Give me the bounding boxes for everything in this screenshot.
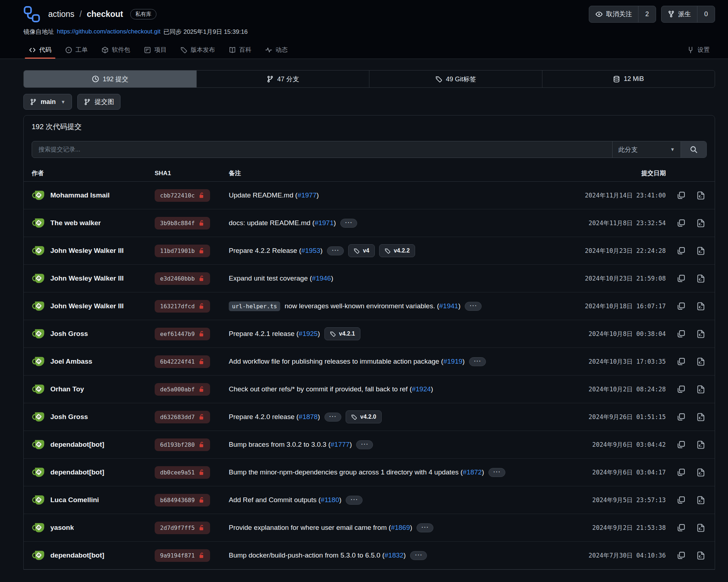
commit-sha-badge[interactable]: b684943689 [155,494,210,506]
issue-link[interactable]: #1869 [391,524,410,531]
commit-graph-button[interactable]: 提交图 [77,94,120,110]
issue-link[interactable]: #1919 [443,358,463,365]
mirror-url-link[interactable]: https://github.com/actions/checkout.git [57,28,160,35]
expand-message-button[interactable]: ··· [417,523,433,532]
unwatch-button[interactable]: 取消关注 2 [589,6,656,23]
copy-sha-icon[interactable] [677,523,686,532]
copy-sha-icon[interactable] [677,246,686,255]
copy-sha-icon[interactable] [677,551,686,560]
commit-author[interactable]: The web walker [50,219,101,227]
commit-author[interactable]: Luca Comellini [50,496,99,504]
watch-count[interactable]: 2 [638,6,656,22]
view-file-at-commit-icon[interactable] [696,523,705,532]
issue-link[interactable]: #1953 [301,247,320,254]
commit-sha-badge[interactable]: d632683dd7 [155,411,210,423]
issue-link[interactable]: #1971 [315,219,334,227]
view-file-at-commit-icon[interactable] [696,274,705,283]
tag-badge[interactable]: v4.2.1 [324,327,360,340]
commit-author[interactable]: Mohammad Ismail [50,191,110,199]
fork-button[interactable]: 派生 0 [661,6,715,23]
copy-sha-icon[interactable] [677,413,686,422]
view-file-at-commit-icon[interactable] [696,440,705,449]
commit-sha-badge[interactable]: 9a9194f871 [155,549,210,562]
avatar[interactable] [32,549,45,562]
avatar[interactable] [32,355,45,368]
stat-segment-3[interactable]: 12 MiB [542,71,715,87]
view-file-at-commit-icon[interactable] [696,385,705,394]
view-file-at-commit-icon[interactable] [696,191,705,200]
commit-author[interactable]: John Wesley Walker III [50,274,124,282]
expand-message-button[interactable]: ··· [488,468,505,477]
issue-link[interactable]: #1832 [385,551,404,559]
tab-版本发布[interactable]: 版本发布 [175,41,220,59]
avatar[interactable] [32,383,45,396]
search-button[interactable] [681,141,706,158]
issue-link[interactable]: #1872 [463,468,482,476]
copy-sha-icon[interactable] [677,329,686,338]
search-commits-input[interactable] [32,141,612,158]
issue-link[interactable]: #1878 [299,413,318,420]
commit-author[interactable]: Orhan Toy [50,385,84,393]
stat-segment-0[interactable]: 192 提交 [24,71,196,87]
copy-sha-icon[interactable] [677,274,686,283]
commit-author[interactable]: dependabot[bot] [50,468,104,476]
tag-badge[interactable]: v4 [348,244,375,257]
expand-message-button[interactable]: ··· [465,302,482,311]
branch-scope-select[interactable]: 此分支 ▼ [612,141,681,158]
commit-author[interactable]: John Wesley Walker III [50,247,124,255]
expand-message-button[interactable]: ··· [469,357,486,366]
repo-name-link[interactable]: checkout [87,9,123,19]
site-logo-icon[interactable] [23,6,40,23]
expand-message-button[interactable]: ··· [346,496,363,505]
commit-author[interactable]: dependabot[bot] [50,551,104,559]
stat-segment-2[interactable]: 49 Git标签 [369,71,542,87]
expand-message-button[interactable]: ··· [340,219,357,228]
avatar[interactable] [32,300,45,313]
commit-author[interactable]: Josh Gross [50,330,88,338]
avatar[interactable] [32,466,45,479]
issue-link[interactable]: #1924 [412,385,431,393]
commit-sha-badge[interactable]: 2d7d9f7ff5 [155,522,210,534]
tab-settings[interactable]: 设置 [682,41,715,59]
commit-author[interactable]: yasonk [50,524,74,532]
tag-badge[interactable]: v4.2.0 [346,410,382,423]
view-file-at-commit-icon[interactable] [696,329,705,338]
tab-百科[interactable]: 百科 [223,41,257,59]
copy-sha-icon[interactable] [677,219,686,228]
copy-sha-icon[interactable] [677,496,686,505]
commit-author[interactable]: Joel Ambass [50,358,92,365]
avatar[interactable] [32,244,45,258]
avatar[interactable] [32,217,45,230]
tab-代码[interactable]: 代码 [23,41,57,59]
view-file-at-commit-icon[interactable] [696,468,705,477]
commit-sha-badge[interactable]: 6b42224f41 [155,355,210,368]
avatar[interactable] [32,189,45,202]
commit-author[interactable]: John Wesley Walker III [50,302,124,310]
commit-sha-badge[interactable]: de5a000abf [155,383,210,396]
commit-sha-badge[interactable]: 163217dfcd [155,300,210,313]
avatar[interactable] [32,494,45,507]
view-file-at-commit-icon[interactable] [696,219,705,228]
commit-sha-badge[interactable]: 11bd71901b [155,245,210,257]
copy-sha-icon[interactable] [677,357,686,366]
view-file-at-commit-icon[interactable] [696,496,705,505]
avatar[interactable] [32,327,45,341]
commit-author[interactable]: dependabot[bot] [50,441,104,449]
copy-sha-icon[interactable] [677,468,686,477]
expand-message-button[interactable]: ··· [356,440,373,449]
expand-message-button[interactable]: ··· [410,551,427,560]
avatar[interactable] [32,410,45,424]
issue-link[interactable]: #1977 [297,191,317,199]
issue-link[interactable]: #1180 [321,496,339,504]
view-file-at-commit-icon[interactable] [696,302,705,311]
avatar[interactable] [32,521,45,535]
commit-sha-badge[interactable]: eef61447b9 [155,328,210,340]
copy-sha-icon[interactable] [677,302,686,311]
branch-selector[interactable]: main ▼ [23,94,72,110]
issue-link[interactable]: #1777 [331,441,350,448]
stat-segment-1[interactable]: 47 分支 [196,71,369,87]
copy-sha-icon[interactable] [677,385,686,394]
avatar[interactable] [32,272,45,285]
view-file-at-commit-icon[interactable] [696,413,705,422]
view-file-at-commit-icon[interactable] [696,246,705,255]
